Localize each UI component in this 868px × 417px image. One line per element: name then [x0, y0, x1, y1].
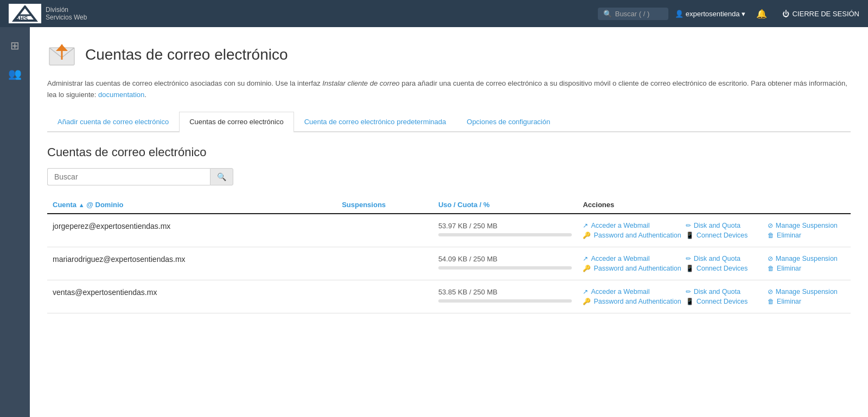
webmail-label: Acceder a Webmail — [591, 288, 649, 296]
top-navigation: AHS División Servicios Web 🔍 Buscar ( / … — [0, 0, 868, 27]
usage-bar — [438, 233, 572, 236]
password-auth-icon: 🔑 — [583, 232, 591, 239]
user-icon: 👤 — [675, 10, 684, 18]
email-address: jorgeperez@expertosentiendas.mx — [53, 222, 170, 230]
col-header-usage: Uso / Cuota / % — [433, 196, 578, 214]
col-suspensions-label: Suspensions — [342, 201, 386, 209]
webmail-label: Acceder a Webmail — [591, 222, 649, 229]
manage-suspension-label: Manage Suspension — [776, 255, 838, 262]
usage-bar — [438, 299, 572, 303]
username: expertosentienda — [686, 10, 740, 18]
sidebar-item-grid[interactable]: ⊞ — [7, 36, 23, 55]
search-bar: 🔍 — [47, 168, 851, 185]
tab-add-account[interactable]: Añadir cuenta de correo electrónico — [47, 112, 179, 131]
action-connect-devices-row1[interactable]: 📱Connect Devices — [686, 265, 763, 272]
password-auth-icon: 🔑 — [583, 265, 591, 272]
action-delete-row2[interactable]: 🗑Eliminar — [768, 298, 845, 305]
desc-part1: Administrar las cuentas de correo electr… — [47, 79, 322, 87]
manage-suspension-icon: ⊘ — [768, 255, 773, 262]
delete-icon: 🗑 — [768, 232, 774, 239]
usage-bar — [438, 266, 572, 270]
action-connect-devices-row2[interactable]: 📱Connect Devices — [686, 298, 763, 305]
usage-value: 53.97 KB / 250 MB — [438, 222, 497, 230]
manage-suspension-label: Manage Suspension — [776, 222, 838, 229]
email-accounts-table: Cuenta ▲ @ Dominio Suspensions Uso / Cuo… — [47, 196, 851, 313]
search-placeholder-text: Buscar ( / ) — [615, 10, 650, 18]
disk-quota-label: Disk and Quota — [694, 255, 741, 262]
manage-suspension-icon: ⊘ — [768, 288, 773, 296]
webmail-icon: ↗ — [583, 288, 588, 296]
cell-actions-1: ↗Acceder a Webmail✏Disk and Quota⊘Manage… — [577, 247, 851, 280]
cell-suspensions-0 — [336, 214, 433, 247]
tab-default-account[interactable]: Cuenta de correo electrónico predetermin… — [294, 112, 457, 131]
search-input[interactable] — [47, 168, 210, 185]
tab-options[interactable]: Opciones de configuración — [456, 112, 560, 131]
action-manage-suspension-row1[interactable]: ⊘Manage Suspension — [768, 255, 845, 262]
cell-actions-2: ↗Acceder a Webmail✏Disk and Quota⊘Manage… — [577, 280, 851, 313]
action-disk-quota-row2[interactable]: ✏Disk and Quota — [686, 288, 763, 296]
manage-suspension-icon: ⊘ — [768, 222, 773, 229]
main-layout: ⊞ 👥 Cuentas de correo electrónico Admini… — [0, 27, 868, 417]
disk-quota-icon: ✏ — [686, 255, 691, 262]
user-menu[interactable]: 👤 expertosentienda ▾ — [675, 10, 746, 18]
disk-quota-icon: ✏ — [686, 222, 691, 229]
connect-devices-icon: 📱 — [686, 232, 694, 239]
cell-account-1: mariarodriguez@expertosentiendas.mx — [47, 247, 336, 280]
desc-italic: Instalar cliente de correo — [322, 79, 399, 87]
disk-quota-icon: ✏ — [686, 288, 691, 296]
action-webmail-row0[interactable]: ↗Acceder a Webmail — [583, 222, 681, 229]
action-password-auth-row0[interactable]: 🔑Password and Authentication — [583, 232, 681, 239]
cell-usage-1: 54.09 KB / 250 MB — [433, 247, 578, 280]
action-manage-suspension-row0[interactable]: ⊘Manage Suspension — [768, 222, 845, 229]
notifications-bell[interactable]: 🔔 — [756, 9, 767, 19]
user-dropdown-icon: ▾ — [742, 10, 745, 18]
actions-grid: ↗Acceder a Webmail✏Disk and Quota⊘Manage… — [583, 255, 845, 272]
password-auth-label: Password and Authentication — [593, 265, 681, 272]
webmail-icon: ↗ — [583, 222, 588, 229]
logo: AHS División Servicios Web — [9, 4, 87, 23]
cell-suspensions-2 — [336, 280, 433, 313]
action-password-auth-row2[interactable]: 🔑Password and Authentication — [583, 298, 681, 305]
logo-box: AHS — [9, 4, 41, 23]
cell-account-0: jorgeperez@expertosentiendas.mx — [47, 214, 336, 247]
global-search[interactable]: 🔍 Buscar ( / ) — [598, 8, 668, 20]
main-content: Cuentas de correo electrónico Administra… — [30, 27, 868, 417]
delete-label: Eliminar — [777, 298, 801, 305]
disk-quota-label: Disk and Quota — [694, 288, 741, 296]
action-connect-devices-row0[interactable]: 📱Connect Devices — [686, 232, 763, 239]
table-body: jorgeperez@expertosentiendas.mx 53.97 KB… — [47, 214, 851, 313]
cell-usage-2: 53.85 KB / 250 MB — [433, 280, 578, 313]
signout-icon: ⏻ — [782, 10, 789, 18]
connect-devices-icon: 📱 — [686, 298, 694, 305]
connect-devices-label: Connect Devices — [697, 232, 748, 239]
action-webmail-row1[interactable]: ↗Acceder a Webmail — [583, 255, 681, 262]
action-delete-row1[interactable]: 🗑Eliminar — [768, 265, 845, 272]
action-disk-quota-row0[interactable]: ✏Disk and Quota — [686, 222, 763, 229]
action-webmail-row2[interactable]: ↗Acceder a Webmail — [583, 288, 681, 296]
page-description: Administrar las cuentas de correo electr… — [47, 78, 851, 101]
action-disk-quota-row1[interactable]: ✏Disk and Quota — [686, 255, 763, 262]
table-row: jorgeperez@expertosentiendas.mx 53.97 KB… — [47, 214, 851, 247]
sidebar-item-users[interactable]: 👥 — [5, 64, 25, 84]
col-header-account[interactable]: Cuenta ▲ @ Dominio — [47, 196, 336, 214]
action-password-auth-row1[interactable]: 🔑Password and Authentication — [583, 265, 681, 272]
email-address: mariarodriguez@expertosentiendas.mx — [53, 255, 186, 264]
section-title: Cuentas de correo electrónico — [47, 145, 851, 159]
page-header: Cuentas de correo electrónico — [47, 40, 851, 69]
password-auth-label: Password and Authentication — [593, 298, 681, 305]
logo-line2: Servicios Web — [46, 14, 87, 21]
documentation-link[interactable]: documentation — [98, 91, 144, 99]
svg-text:AHS: AHS — [15, 15, 28, 22]
tabs-bar: Añadir cuenta de correo electrónico Cuen… — [47, 112, 851, 132]
search-button[interactable]: 🔍 — [210, 168, 233, 185]
email-icon-svg — [47, 40, 76, 69]
action-delete-row0[interactable]: 🗑Eliminar — [768, 232, 845, 239]
signout-button[interactable]: ⏻ CIERRE DE SESIÓN — [782, 10, 859, 18]
tab-accounts[interactable]: Cuentas de correo electrónico — [179, 112, 293, 132]
action-manage-suspension-row2[interactable]: ⊘Manage Suspension — [768, 288, 845, 296]
delete-label: Eliminar — [777, 232, 801, 239]
logo-line1: División — [46, 6, 87, 14]
webmail-icon: ↗ — [583, 255, 588, 262]
col-actions-label: Acciones — [583, 201, 614, 209]
col-header-suspensions: Suspensions — [336, 196, 433, 214]
